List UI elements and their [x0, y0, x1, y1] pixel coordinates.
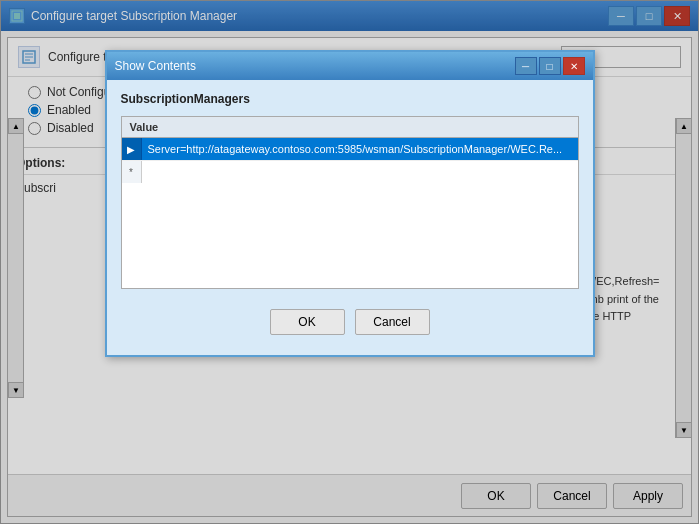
modal-close-button[interactable]: ✕	[563, 57, 585, 75]
modal-table-body: ▶ Server=http://atagateway.contoso.com:5…	[122, 138, 578, 288]
modal-overlay: Show Contents ─ □ ✕ SubscriptionManagers…	[0, 0, 699, 524]
modal-title-bar: Show Contents ─ □ ✕	[107, 52, 593, 80]
modal-minimize-button[interactable]: ─	[515, 57, 537, 75]
show-contents-dialog: Show Contents ─ □ ✕ SubscriptionManagers…	[105, 50, 595, 357]
modal-content: SubscriptionManagers Value ▶ Server=http…	[107, 80, 593, 355]
modal-section-title: SubscriptionManagers	[121, 92, 579, 106]
modal-title: Show Contents	[115, 59, 196, 73]
modal-cancel-button[interactable]: Cancel	[355, 309, 430, 335]
row-value-1[interactable]: Server=http://atagateway.contoso.com:598…	[142, 138, 578, 160]
row-arrow-1: ▶	[122, 138, 142, 160]
modal-title-controls: ─ □ ✕	[515, 57, 585, 75]
modal-table: Value ▶ Server=http://atagateway.contoso…	[121, 116, 579, 289]
modal-ok-button[interactable]: OK	[270, 309, 345, 335]
table-row[interactable]: ▶ Server=http://atagateway.contoso.com:5…	[122, 138, 578, 160]
modal-footer: OK Cancel	[121, 301, 579, 343]
modal-table-header: Value	[122, 117, 578, 138]
row-value-2[interactable]	[142, 161, 578, 183]
table-empty-space	[122, 183, 578, 283]
table-row-empty[interactable]: *	[122, 160, 578, 183]
row-arrow-2: *	[122, 161, 142, 183]
modal-maximize-button[interactable]: □	[539, 57, 561, 75]
